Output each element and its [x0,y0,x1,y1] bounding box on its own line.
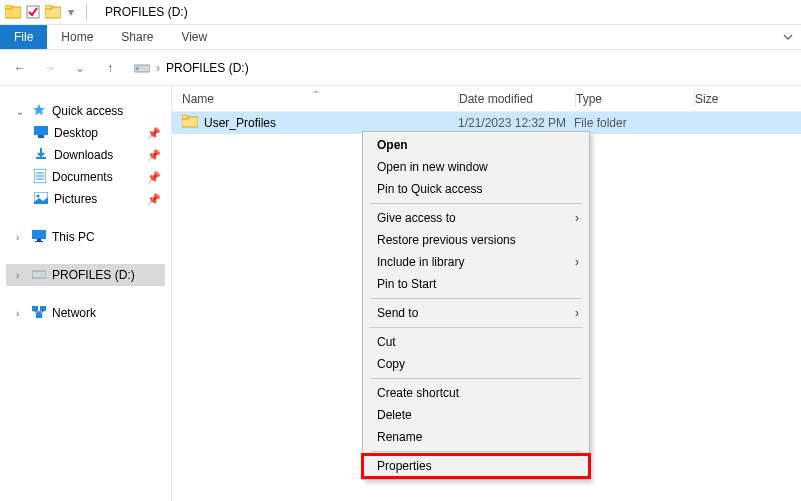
menu-item-open-new-window[interactable]: Open in new window [363,156,589,178]
column-header-name[interactable]: Name ⌃ [172,92,458,106]
chevron-right-icon: › [16,270,26,281]
quick-access-toolbar: ▾ [4,0,78,25]
sidebar-item-downloads[interactable]: Downloads 📌 [6,144,165,166]
context-menu: Open Open in new window Pin to Quick acc… [362,131,590,480]
file-row-date-cell: 1/21/2023 12:32 PM [458,116,574,130]
menu-item-pin-quick-access[interactable]: Pin to Quick access [363,178,589,200]
svg-point-15 [37,194,40,197]
svg-rect-1 [5,5,12,9]
column-headers: Name ⌃ Date modified Type Size [172,86,801,112]
sidebar-item-label: This PC [52,230,95,244]
chevron-down-icon: ⌄ [16,106,26,117]
sidebar-item-this-pc[interactable]: › This PC [6,226,165,248]
qat-check-icon[interactable] [24,3,42,21]
sidebar-item-profiles-drive[interactable]: › PROFILES (D:) [6,264,165,286]
sidebar-item-documents[interactable]: Documents 📌 [6,166,165,188]
svg-rect-18 [35,241,43,242]
menu-separator [371,203,581,204]
explorer-body: ⌄ Quick access Desktop 📌 Downloads 📌 Doc… [0,86,801,501]
menu-item-rename[interactable]: Rename [363,426,589,448]
menu-item-send-to[interactable]: Send to › [363,302,589,324]
menu-item-label: Include in library [377,255,464,269]
drive-icon [134,61,150,75]
menu-item-properties[interactable]: Properties [363,455,589,477]
menu-item-label: Give access to [377,211,456,225]
back-button[interactable]: ← [10,58,30,78]
drive-icon [32,268,46,282]
sidebar-item-pictures[interactable]: Pictures 📌 [6,188,165,210]
qat-folder-icon[interactable] [44,3,62,21]
file-row-type-cell: File folder [574,116,692,130]
file-row-name-cell: User_Profiles [172,115,458,131]
sort-indicator-icon: ⌃ [312,89,320,100]
explorer-app-icon [4,3,22,21]
menu-item-cut[interactable]: Cut [363,331,589,353]
sidebar-item-label: Desktop [54,126,98,140]
svg-rect-21 [40,306,46,311]
submenu-arrow-icon: › [575,255,579,269]
menu-item-delete[interactable]: Delete [363,404,589,426]
title-separator [86,4,87,20]
submenu-arrow-icon: › [575,306,579,320]
ribbon-tabs: File Home Share View [0,25,801,50]
menu-item-include-in-library[interactable]: Include in library › [363,251,589,273]
titlebar: ▾ PROFILES (D:) [0,0,801,25]
up-button[interactable]: ↑ [100,58,120,78]
pin-icon: 📌 [147,193,161,206]
tab-share[interactable]: Share [107,25,167,49]
column-header-size[interactable]: Size [695,92,801,106]
menu-item-create-shortcut[interactable]: Create shortcut [363,382,589,404]
menu-item-give-access[interactable]: Give access to › [363,207,589,229]
svg-rect-20 [32,306,38,311]
svg-rect-22 [36,313,42,318]
svg-rect-4 [45,5,52,9]
sidebar-item-network[interactable]: › Network [6,302,165,324]
chevron-right-icon: › [16,232,26,243]
sidebar-item-label: PROFILES (D:) [52,268,135,282]
downloads-icon [34,147,48,164]
forward-button[interactable]: → [40,58,60,78]
file-list-pane: Name ⌃ Date modified Type Size User_Prof… [172,86,801,501]
svg-rect-6 [136,67,139,70]
tab-view[interactable]: View [167,25,221,49]
sidebar-item-label: Downloads [54,148,113,162]
pin-icon: 📌 [147,171,161,184]
pin-icon: 📌 [147,149,161,162]
svg-rect-7 [34,126,48,135]
tab-home[interactable]: Home [47,25,107,49]
menu-item-open[interactable]: Open [363,134,589,156]
menu-item-restore-previous-versions[interactable]: Restore previous versions [363,229,589,251]
navigation-pane: ⌄ Quick access Desktop 📌 Downloads 📌 Doc… [0,86,172,501]
pc-icon [32,230,46,245]
tab-file[interactable]: File [0,25,47,49]
pin-icon: 📌 [147,127,161,140]
menu-separator [371,327,581,328]
file-name: User_Profiles [204,116,276,130]
sidebar-item-label: Network [52,306,96,320]
column-header-type[interactable]: Type [576,92,694,106]
menu-separator [371,378,581,379]
submenu-arrow-icon: › [575,211,579,225]
address-bar[interactable]: › PROFILES (D:) [130,56,791,80]
ribbon-expand-icon[interactable] [775,25,801,49]
window-title: PROFILES (D:) [105,5,188,19]
svg-rect-17 [37,239,41,241]
column-header-date[interactable]: Date modified [459,92,575,106]
menu-item-pin-to-start[interactable]: Pin to Start [363,273,589,295]
sidebar-item-desktop[interactable]: Desktop 📌 [6,122,165,144]
sidebar-item-label: Pictures [54,192,97,206]
sidebar-item-quick-access[interactable]: ⌄ Quick access [6,100,165,122]
qat-customize-icon[interactable]: ▾ [64,0,78,25]
chevron-right-icon: › [16,308,26,319]
svg-rect-19 [32,271,46,278]
recent-locations-icon[interactable]: ⌄ [70,58,90,78]
desktop-icon [34,126,48,141]
menu-separator [371,298,581,299]
svg-rect-9 [36,157,46,159]
column-label: Name [182,92,214,106]
breadcrumb-sep-icon: › [156,61,160,75]
star-icon [32,103,46,120]
breadcrumb-item[interactable]: PROFILES (D:) [166,61,249,75]
nav-bar: ← → ⌄ ↑ › PROFILES (D:) [0,50,801,86]
menu-item-copy[interactable]: Copy [363,353,589,375]
